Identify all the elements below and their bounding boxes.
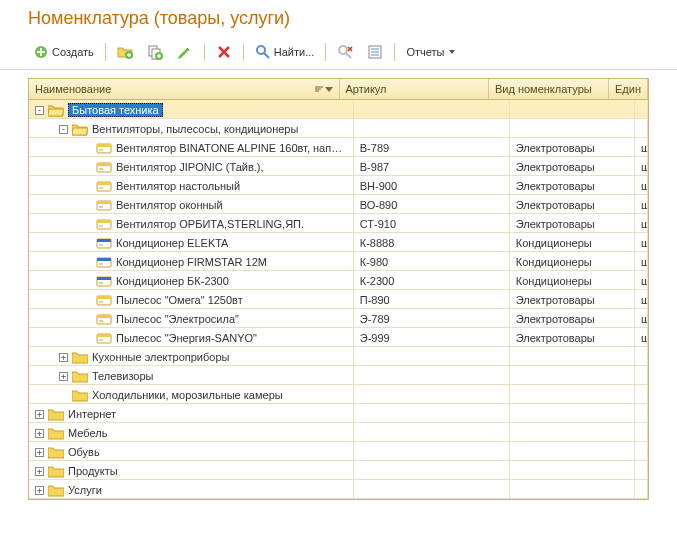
table-row[interactable]: Пылесос "Электросила"Э-789Электротоварыш… [29, 309, 648, 328]
row-label: Вентилятор оконный [116, 199, 223, 211]
column-header-unit[interactable]: Един [609, 79, 648, 99]
create-button[interactable]: Создать [28, 41, 99, 63]
cell-name: +Мебель [29, 423, 354, 441]
find-button[interactable]: Найти... [250, 41, 320, 63]
copy-button[interactable] [142, 41, 168, 63]
collapse-icon[interactable]: - [35, 106, 44, 115]
expand-icon[interactable]: + [59, 353, 68, 362]
cell-article [354, 423, 510, 441]
cell-name: Вентилятор настольный [29, 176, 354, 194]
expand-icon[interactable]: + [35, 486, 44, 495]
find-label: Найти... [274, 46, 315, 58]
folder-icon [48, 103, 64, 117]
table-row[interactable]: Вентилятор BINATONE ALPINE 160вт, наполь… [29, 138, 648, 157]
table-row[interactable]: Кондиционер FIRMSTAR 12MК-980Кондиционер… [29, 252, 648, 271]
svg-rect-27 [97, 315, 111, 318]
edit-button[interactable] [172, 41, 198, 63]
collapse-icon[interactable]: - [59, 125, 68, 134]
column-header-type[interactable]: Вид номенклатуры [489, 79, 609, 99]
cell-name: -Вентиляторы, пылесосы, кондиционеры [29, 119, 354, 137]
table-row[interactable]: +Телевизоры [29, 366, 648, 385]
cell-type: Электротовары [510, 157, 635, 175]
table-row[interactable]: Вентилятор JIPONIC (Тайв.),В-987Электрот… [29, 157, 648, 176]
cell-article [354, 480, 510, 498]
table-row[interactable]: Кондиционер ELEKTAК-8888Кондиционерышт [29, 233, 648, 252]
table-row[interactable]: Пылесос "Омега" 1250втП-890Электротовары… [29, 290, 648, 309]
expand-icon[interactable]: + [35, 410, 44, 419]
cell-article: В-789 [354, 138, 510, 156]
item-icon [96, 255, 112, 269]
folder-icon [72, 388, 88, 402]
cell-type: Электротовары [510, 138, 635, 156]
cell-name: Вентилятор BINATONE ALPINE 160вт, наполь… [29, 138, 354, 156]
row-label: Кондиционер ELEKTA [116, 237, 228, 249]
row-label: Пылесос "Омега" 1250вт [116, 294, 243, 306]
expand-icon[interactable]: + [35, 467, 44, 476]
column-label: Наименование [35, 83, 111, 95]
table-row[interactable]: Кондиционер БК-2300К-2300Кондиционерышт [29, 271, 648, 290]
row-label: Пылесос "Энергия-SANYO" [116, 332, 257, 344]
table-row[interactable]: +Услуги [29, 480, 648, 499]
cell-unit [635, 385, 648, 403]
row-label: Интернет [68, 408, 116, 420]
new-folder-button[interactable] [112, 41, 138, 63]
column-header-name[interactable]: Наименование [29, 79, 340, 99]
cell-article [354, 461, 510, 479]
cell-name: Вентилятор оконный [29, 195, 354, 213]
table-row[interactable]: Вентилятор настольныйВН-900Электротовары… [29, 176, 648, 195]
svg-rect-9 [97, 144, 111, 147]
cell-name: Вентилятор ОРБИТА,STERLING,ЯП. [29, 214, 354, 232]
table-row[interactable]: -Бытовая техника [29, 100, 648, 119]
folder-icon [48, 445, 64, 459]
row-label: Кондиционер БК-2300 [116, 275, 229, 287]
cell-name: Кондиционер ELEKTA [29, 233, 354, 251]
separator [243, 43, 244, 61]
list-button[interactable] [362, 41, 388, 63]
table-row[interactable]: +Мебель [29, 423, 648, 442]
clear-filter-button[interactable] [332, 41, 358, 63]
svg-rect-23 [97, 277, 111, 280]
dropdown-icon [449, 50, 455, 54]
table-row[interactable]: Вентилятор оконныйВО-890Электротоварышт [29, 195, 648, 214]
cell-unit: шт [635, 271, 648, 289]
cell-type [510, 442, 635, 460]
cell-name: Кондиционер FIRMSTAR 12M [29, 252, 354, 270]
row-label: Вентиляторы, пылесосы, кондиционеры [92, 123, 298, 135]
search-clear-icon [337, 44, 353, 60]
cell-unit [635, 119, 648, 137]
row-label: Пылесос "Электросила" [116, 313, 239, 325]
cell-unit [635, 366, 648, 384]
delete-button[interactable] [211, 41, 237, 63]
expand-icon[interactable]: + [35, 429, 44, 438]
toolbar: Создать Найти... [0, 39, 677, 70]
table-row[interactable]: +Продукты [29, 461, 648, 480]
folder-icon [48, 464, 64, 478]
expand-icon[interactable]: + [59, 372, 68, 381]
cell-unit: шт [635, 309, 648, 327]
svg-rect-11 [97, 163, 111, 166]
table-row[interactable]: Вентилятор ОРБИТА,STERLING,ЯП.СТ-910Элек… [29, 214, 648, 233]
cell-article: В-987 [354, 157, 510, 175]
svg-rect-19 [97, 239, 111, 242]
table-row[interactable]: +Обувь [29, 442, 648, 461]
table-row[interactable]: +Интернет [29, 404, 648, 423]
cell-type: Кондиционеры [510, 271, 635, 289]
data-grid: Наименование Артикул Вид номенклатуры Ед… [28, 78, 649, 500]
cell-type [510, 404, 635, 422]
column-label: Артикул [346, 83, 387, 95]
table-row[interactable]: Холодильники, морозильные камеры [29, 385, 648, 404]
folder-icon [72, 122, 88, 136]
cell-type: Кондиционеры [510, 233, 635, 251]
folder-icon [48, 426, 64, 440]
expand-icon[interactable]: + [35, 448, 44, 457]
folder-plus-icon [117, 44, 133, 60]
column-header-article[interactable]: Артикул [340, 79, 489, 99]
reports-button[interactable]: Отчеты [401, 43, 460, 61]
svg-point-5 [257, 46, 265, 54]
plus-icon [33, 44, 49, 60]
search-icon [255, 44, 271, 60]
table-row[interactable]: Пылесос "Энергия-SANYO"Э-999Электротовар… [29, 328, 648, 347]
table-row[interactable]: -Вентиляторы, пылесосы, кондиционеры [29, 119, 648, 138]
table-row[interactable]: +Кухонные электроприборы [29, 347, 648, 366]
cell-unit: шт [635, 328, 648, 346]
